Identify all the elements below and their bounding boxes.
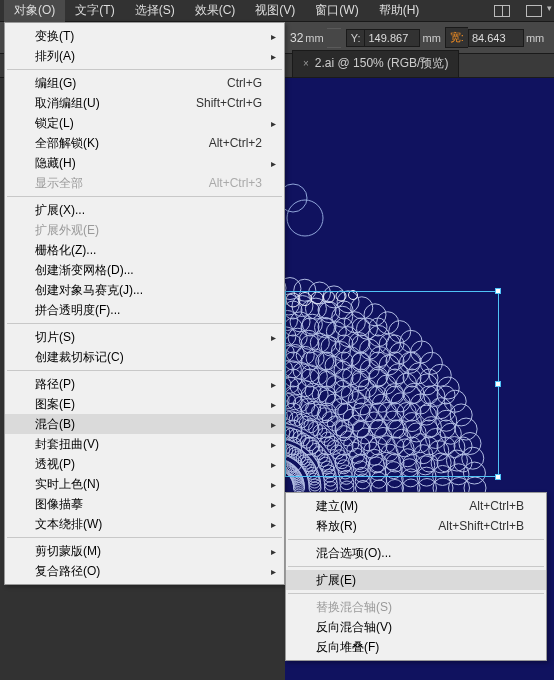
chevron-right-icon: ▸ <box>271 566 276 577</box>
mi-slice[interactable]: 切片(S)▸ <box>5 327 284 347</box>
chevron-right-icon: ▸ <box>271 158 276 169</box>
mi-unlock-all[interactable]: 全部解锁(K)Alt+Ctrl+2 <box>5 133 284 153</box>
handle-tr[interactable] <box>495 288 501 294</box>
smi-reverse-stack[interactable]: 反向堆叠(F) <box>286 637 546 657</box>
y-input[interactable] <box>364 29 420 47</box>
smi-expand[interactable]: 扩展(E) <box>286 570 546 590</box>
mi-ungroup[interactable]: 取消编组(U)Shift+Ctrl+G <box>5 93 284 113</box>
w-input[interactable] <box>468 29 524 47</box>
tab-title: 2.ai @ 150% (RGB/预览) <box>315 55 449 72</box>
selection-box <box>285 291 499 477</box>
mi-expand-appearance: 扩展外观(E) <box>5 220 284 240</box>
chevron-right-icon: ▸ <box>271 546 276 557</box>
menu-window[interactable]: 窗口(W) <box>305 0 368 22</box>
menu-effect[interactable]: 效果(C) <box>185 0 246 22</box>
mi-hide[interactable]: 隐藏(H)▸ <box>5 153 284 173</box>
handle-mr[interactable] <box>495 381 501 387</box>
y-unit: mm <box>422 32 440 44</box>
menu-view[interactable]: 视图(V) <box>245 0 305 22</box>
w-unit: mm <box>526 32 544 44</box>
handle-br[interactable] <box>495 474 501 480</box>
mi-gradient-mesh[interactable]: 创建渐变网格(D)... <box>5 260 284 280</box>
link-icon[interactable] <box>327 28 341 48</box>
mi-flatten[interactable]: 拼合透明度(F)... <box>5 300 284 320</box>
mi-image-trace[interactable]: 图像描摹▸ <box>5 494 284 514</box>
smi-release[interactable]: 释放(R)Alt+Shift+Ctrl+B <box>286 516 546 536</box>
menu-select[interactable]: 选择(S) <box>125 0 185 22</box>
blend-submenu: 建立(M)Alt+Ctrl+B 释放(R)Alt+Shift+Ctrl+B 混合… <box>285 492 547 661</box>
chevron-right-icon: ▸ <box>271 439 276 450</box>
w-label: 宽: <box>445 27 468 48</box>
mi-show-all: 显示全部Alt+Ctrl+3 <box>5 173 284 193</box>
mi-perspective[interactable]: 透视(P)▸ <box>5 454 284 474</box>
mi-mosaic[interactable]: 创建对象马赛克(J)... <box>5 280 284 300</box>
doc-setup-icon[interactable] <box>492 3 512 19</box>
mi-lock[interactable]: 锁定(L)▸ <box>5 113 284 133</box>
x-value-suffix: 32 <box>290 31 303 45</box>
mi-live-paint[interactable]: 实时上色(N)▸ <box>5 474 284 494</box>
mi-rasterize[interactable]: 栅格化(Z)... <box>5 240 284 260</box>
object-menu: 变换(T)▸ 排列(A)▸ 编组(G)Ctrl+G 取消编组(U)Shift+C… <box>4 22 285 585</box>
chevron-right-icon: ▸ <box>271 118 276 129</box>
menu-object[interactable]: 对象(O) <box>4 0 65 22</box>
x-unit: mm <box>305 32 323 44</box>
chevron-right-icon: ▸ <box>271 51 276 62</box>
mi-expand[interactable]: 扩展(X)... <box>5 200 284 220</box>
mi-transform[interactable]: 变换(T)▸ <box>5 26 284 46</box>
mi-clipping-mask[interactable]: 剪切蒙版(M)▸ <box>5 541 284 561</box>
smi-replace-spine: 替换混合轴(S) <box>286 597 546 617</box>
chevron-right-icon: ▸ <box>271 399 276 410</box>
mi-text-wrap[interactable]: 文本绕排(W)▸ <box>5 514 284 534</box>
layout-icon[interactable] <box>524 3 544 19</box>
smi-reverse-spine[interactable]: 反向混合轴(V) <box>286 617 546 637</box>
close-icon[interactable]: × <box>303 58 309 69</box>
y-label: Y: <box>346 29 365 47</box>
mi-path[interactable]: 路径(P)▸ <box>5 374 284 394</box>
smi-options[interactable]: 混合选项(O)... <box>286 543 546 563</box>
chevron-right-icon: ▸ <box>271 379 276 390</box>
chevron-right-icon: ▸ <box>271 332 276 343</box>
tab-document[interactable]: × 2.ai @ 150% (RGB/预览) <box>292 50 459 77</box>
menu-type[interactable]: 文字(T) <box>65 0 124 22</box>
mi-blend[interactable]: 混合(B)▸ <box>5 414 284 434</box>
mi-arrange[interactable]: 排列(A)▸ <box>5 46 284 66</box>
chevron-right-icon: ▸ <box>271 419 276 430</box>
mi-compound-path[interactable]: 复合路径(O)▸ <box>5 561 284 581</box>
chevron-right-icon: ▸ <box>271 519 276 530</box>
menu-help[interactable]: 帮助(H) <box>369 0 430 22</box>
menubar: 对象(O) 文字(T) 选择(S) 效果(C) 视图(V) 窗口(W) 帮助(H… <box>0 0 554 22</box>
smi-make[interactable]: 建立(M)Alt+Ctrl+B <box>286 496 546 516</box>
mi-envelope[interactable]: 封套扭曲(V)▸ <box>5 434 284 454</box>
chevron-right-icon: ▸ <box>271 499 276 510</box>
mi-crop-marks[interactable]: 创建裁切标记(C) <box>5 347 284 367</box>
mi-group[interactable]: 编组(G)Ctrl+G <box>5 73 284 93</box>
chevron-right-icon: ▸ <box>271 479 276 490</box>
mi-pattern[interactable]: 图案(E)▸ <box>5 394 284 414</box>
chevron-right-icon: ▸ <box>271 31 276 42</box>
chevron-right-icon: ▸ <box>271 459 276 470</box>
